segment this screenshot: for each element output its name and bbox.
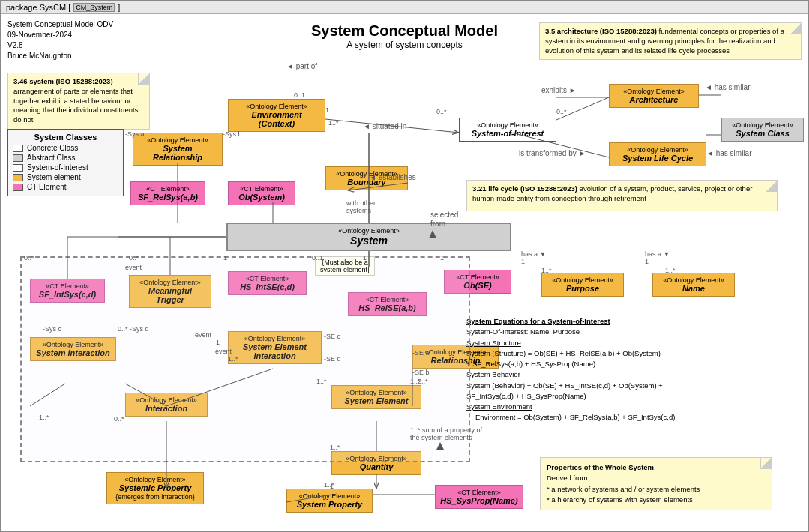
box-architecture-stereotype: «Ontology Element»: [614, 88, 694, 95]
swatch-ct: [13, 184, 23, 191]
box-sf-relsys-stereotype: «CT Element»: [136, 185, 200, 193]
box-system-relationship: «Ontology Element» System Relationship: [133, 133, 223, 166]
eq-soi: System-Of-Interest: Name, Purpose: [466, 327, 781, 337]
props-line2: * a network of systems and / or system e…: [547, 484, 766, 495]
note-lifecycle: 3.21 life cycle (ISO 15288:2023) evoluti…: [466, 180, 778, 211]
legend-concrete-label: Concrete Class: [27, 144, 78, 152]
box-ob-system-stereotype: «CT Element»: [233, 185, 290, 193]
box-soi: «Ontology Element» System-of-Interest: [459, 118, 556, 142]
box-system-lifecycle: «Ontology Element» System Life Cycle: [609, 142, 706, 166]
mult-purpose-top: 1: [521, 258, 525, 265]
box-system-main-name: System: [350, 235, 388, 247]
meta-info: System Conceptual Model ODV 09-November-…: [7, 19, 113, 61]
box-boundary-stereotype: «Ontology Element»: [331, 170, 403, 178]
box-soi-stereotype: «Ontology Element»: [464, 121, 551, 129]
box-quantity-name: Quantity: [337, 462, 416, 471]
line-env-soi: [325, 119, 459, 133]
legend-box: System Classes Concrete Class Abstract C…: [7, 129, 124, 196]
legend-abstract: Abstract Class: [13, 154, 118, 162]
box-boundary: «Ontology Element» Boundary: [325, 166, 408, 190]
props-box: Properties of the Whole System Derived f…: [540, 457, 772, 510]
title-main: System Conceptual Model: [226, 22, 583, 40]
legend-soi-label: System-of-Interest: [27, 163, 88, 172]
meta-line3: V2.8: [7, 40, 113, 51]
label-situated-in: ◄ situated in: [363, 122, 406, 130]
box-ob-system-name: Ob(System): [233, 193, 290, 202]
eq-behavior2: SF_IntSys(c,d) + HS_SysProp(Name): [466, 391, 781, 402]
label-has-a-name: has a ▼: [645, 250, 670, 258]
legend-ct-label: CT Element: [27, 183, 67, 191]
box-purpose-stereotype: «Ontology Element»: [547, 276, 619, 284]
line-soi-arch: [556, 97, 609, 120]
box-name-elem: «Ontology Element» Name: [652, 273, 735, 297]
label-transformed-by: is transformed by ►: [519, 149, 586, 157]
box-system-class-name: System Class: [727, 129, 799, 138]
mult-name-top: 1: [645, 258, 649, 265]
box-environment-stereotype: «Ontology Element»: [233, 103, 320, 110]
legend-system-element: System element: [13, 173, 118, 181]
meta-line1: System Conceptual Model ODV: [7, 19, 113, 30]
box-systemic-property: «Ontology Element» Systemic Property {em…: [106, 472, 204, 504]
eq-env1: Environment = Ob(System) + SF_RelSys(a,b…: [466, 412, 781, 423]
box-architecture-name: Architecture: [614, 95, 694, 104]
box-system-property-name: System Property: [292, 500, 367, 509]
label-has-similar-arch: ◄ has similar: [705, 83, 751, 91]
swatch-abstract: [13, 154, 23, 162]
box-sf-relsys-name: SF_RelSys(a,b): [136, 193, 200, 202]
eq-env-title: System Environment: [466, 402, 781, 412]
box-system-lifecycle-stereotype: «Ontology Element»: [614, 146, 701, 154]
legend-ct: CT Element: [13, 183, 118, 191]
box-system-main: «Ontology Element» System: [226, 223, 511, 251]
pkg-icon: CM_System: [73, 3, 115, 12]
box-name-elem-name: Name: [658, 284, 730, 293]
box-system-relationship-name: System Relationship: [138, 144, 217, 162]
swatch-soi: [13, 164, 23, 172]
title-sub: A system of system concepts: [226, 40, 583, 50]
swatch-system-element: [13, 174, 23, 181]
box-sf-relsys: «CT Element» SF_RelSys(a,b): [130, 181, 205, 205]
box-system-main-stereotype: «Ontology Element»: [338, 227, 400, 235]
label-with-other2: systems: [346, 207, 372, 214]
props-title: Properties of the Whole System: [547, 462, 766, 473]
box-boundary-name: Boundary: [331, 178, 403, 187]
mult-5: 1..*: [328, 119, 339, 127]
box-systemic-property-stereotype: «Ontology Element»: [112, 476, 199, 483]
mult-4: 1: [325, 106, 329, 114]
legend-soi: System-of-Interest: [13, 163, 118, 172]
dashed-container-lower: [20, 256, 470, 462]
props-line1: Derived from: [547, 473, 766, 483]
note-architecture: 3.5 architecture (ISO 15288:2023) fundam…: [539, 22, 802, 60]
box-ob-system: «CT Element» Ob(System): [228, 181, 295, 205]
eq-structure2: + SF_RelSys(a,b) + HS_SysProp(Name): [466, 359, 781, 369]
eq-structure-title: System Structure: [466, 338, 781, 348]
pkg-icon-text: CM_System: [76, 4, 112, 11]
box-hs-sysprop-stereotype: «CT Element»: [440, 489, 518, 496]
swatch-concrete: [13, 145, 23, 152]
note-system-title: 3.46 system (ISO 15288:2023): [13, 77, 113, 85]
legend-title: System Classes: [13, 133, 118, 142]
legend-abstract-label: Abstract Class: [27, 154, 75, 162]
meta-line2: 09-November-2024: [7, 30, 113, 40]
note-system: 3.46 system (ISO 15288:2023) arrangement…: [7, 73, 150, 130]
eq-title: System Equations for a System-of-Interes…: [466, 316, 781, 327]
pkg-header: package SysCM [ CM_System ]: [1, 1, 808, 14]
pkg-close: ]: [118, 3, 120, 12]
box-architecture: «Ontology Element» Architecture: [609, 84, 699, 108]
box-system-class-stereotype: «Ontology Element»: [727, 121, 799, 129]
eq-structure1: System (Structure) = Ob(SE) + HS_RelSE(a…: [466, 348, 781, 359]
props-line3: * a hierarchy of systems with system ele…: [547, 495, 766, 505]
box-systemic-property-constraint: {emerges from interaction}: [115, 493, 195, 501]
label-has-a-purpose: has a ▼: [521, 250, 546, 258]
box-system-lifecycle-name: System Life Cycle: [614, 154, 701, 163]
label-selected-from: selected: [430, 211, 458, 219]
legend-concrete: Concrete Class: [13, 144, 118, 152]
page-container: package SysCM [ CM_System ] System Conce…: [0, 0, 809, 532]
box-hs-sysprop: «CT Element» HS_SysProp(Name): [435, 485, 523, 509]
box-system-property-stereotype: «Ontology Element»: [292, 492, 367, 500]
label-part-of: ◄ part of: [286, 62, 317, 70]
box-purpose-name: Purpose: [547, 284, 619, 293]
legend-system-element-label: System element: [27, 173, 81, 181]
label-has-similar-lifecycle: ◄ has similar: [706, 149, 752, 157]
box-environment: «Ontology Element» Environment (Context): [228, 99, 325, 132]
pkg-label: package SysCM [: [6, 3, 70, 12]
